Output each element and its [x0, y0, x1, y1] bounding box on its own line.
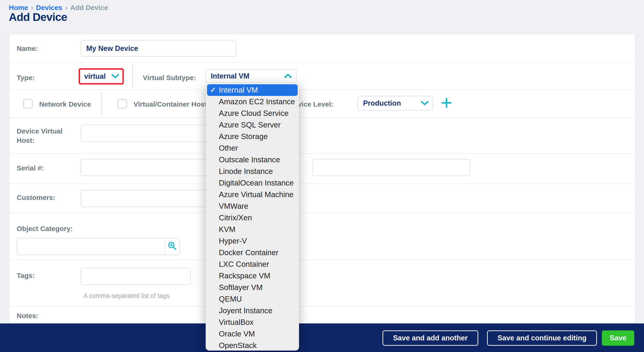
breadcrumb: Home › Devices › Add Device [9, 4, 108, 12]
dropdown-option[interactable]: QEMU [206, 293, 299, 305]
virtual-subtype-dropdown-menu: ✓Internal VMAmazon EC2 InstanceAzure Clo… [206, 83, 299, 350]
row-divider [9, 213, 635, 213]
vertical-dashed-divider [101, 93, 102, 115]
save-and-continue-editing-button[interactable]: Save and continue editing [487, 330, 597, 346]
breadcrumb-separator: › [31, 4, 33, 12]
dropdown-option[interactable]: Oracle VM [206, 328, 299, 340]
virtual-subtype-select[interactable]: Internal VM [205, 69, 296, 83]
object-category-input-group [17, 238, 180, 255]
dropdown-option[interactable]: Azure SQL Server [206, 119, 299, 131]
add-service-level-button[interactable] [441, 97, 452, 109]
add-device-form-card: Name: Type: virtual Virtual Subtype: Int… [9, 34, 635, 323]
name-label: Name: [17, 45, 38, 53]
magnifier-plus-icon [168, 241, 177, 252]
secondary-serial-input[interactable] [312, 159, 470, 176]
name-input[interactable] [81, 40, 236, 57]
virtual-container-host-checkbox[interactable] [117, 99, 127, 109]
row-divider [9, 62, 635, 63]
object-category-search-button[interactable] [164, 238, 180, 254]
dropdown-option[interactable]: Other [206, 142, 299, 154]
device-virtual-host-label: Device Virtual Host: [17, 126, 65, 145]
service-level-select-value: Production [363, 99, 401, 107]
checkmark-icon: ✓ [210, 84, 216, 96]
dropdown-option[interactable]: Softlayer VM [206, 282, 299, 293]
tags-input[interactable] [81, 268, 191, 285]
serial-label: Serial #: [17, 164, 44, 172]
dropdown-option[interactable]: Outscale Instance [206, 154, 299, 165]
save-and-add-another-button[interactable]: Save and add another [382, 330, 478, 346]
type-select[interactable]: virtual [78, 68, 124, 85]
chevron-down-icon [421, 99, 429, 107]
object-category-input[interactable] [17, 238, 164, 254]
dropdown-option[interactable]: VMWare [206, 200, 299, 212]
network-device-checkbox[interactable] [23, 99, 33, 109]
dropdown-option[interactable]: OpenStack [206, 340, 299, 350]
dropdown-option[interactable]: Azure Storage [206, 131, 299, 142]
dropdown-option[interactable]: Hyper-V [206, 235, 299, 247]
tags-hint: A comma-separated list of tags. [84, 292, 171, 299]
chevron-up-icon [284, 72, 292, 80]
breadcrumb-current: Add Device [70, 4, 108, 12]
tags-label: Tags: [17, 272, 35, 280]
dropdown-option[interactable]: KVM [206, 224, 299, 235]
footer-action-bar: Save and add another Save and continue e… [0, 323, 644, 352]
service-level-select[interactable]: Production [358, 96, 433, 110]
virtual-subtype-label: Virtual Subtype: [143, 74, 196, 82]
breadcrumb-devices-link[interactable]: Devices [36, 4, 62, 12]
vertical-dashed-divider [132, 65, 133, 87]
save-button[interactable]: Save [602, 330, 634, 346]
dropdown-option[interactable]: DigitalOcean Instance [206, 177, 299, 189]
object-category-label: Object Category: [17, 225, 73, 233]
dropdown-option[interactable]: Rackspace VM [206, 270, 299, 282]
dropdown-option[interactable]: LXC Container [206, 258, 299, 270]
network-device-label: Network Device [39, 100, 91, 108]
row-divider [9, 89, 635, 90]
dropdown-option[interactable]: Joyent Instance [206, 305, 299, 316]
row-divider [9, 153, 635, 154]
page-title: Add Device [9, 11, 67, 24]
row-divider [9, 117, 635, 118]
type-select-value: virtual [84, 72, 106, 81]
customers-label: Customers: [17, 194, 56, 202]
virtual-subtype-select-value: Internal VM [211, 72, 250, 80]
row-divider [9, 259, 635, 260]
dropdown-option[interactable]: Citrix/Xen [206, 212, 299, 224]
breadcrumb-separator: › [65, 4, 68, 12]
dropdown-option[interactable]: Amazon EC2 Instance [206, 96, 299, 107]
breadcrumb-home-link[interactable]: Home [9, 4, 28, 12]
virtual-container-host-label: Virtual/Container Host [134, 100, 207, 108]
dropdown-option[interactable]: VirtualBox [206, 316, 299, 328]
dropdown-option[interactable]: Linode Instance [206, 165, 299, 177]
dropdown-option[interactable]: Docker Container [206, 247, 299, 258]
type-label: Type: [17, 74, 35, 82]
dropdown-option[interactable]: Azure Virtual Machine [206, 189, 299, 200]
dropdown-option[interactable]: Azure Cloud Service [206, 107, 299, 119]
notes-label: Notes: [17, 312, 38, 320]
dropdown-option[interactable]: ✓Internal VM [207, 84, 298, 96]
row-divider [9, 306, 635, 306]
chevron-down-icon [111, 72, 119, 81]
row-divider [9, 184, 635, 184]
